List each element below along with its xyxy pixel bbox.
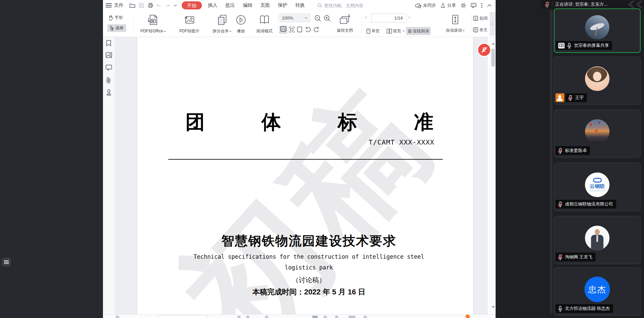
fit-width-button[interactable]: [289, 27, 295, 33]
redo-icon[interactable]: [165, 3, 170, 7]
screen-share-icon: [558, 43, 565, 49]
sync-status[interactable]: 未同步: [415, 2, 436, 8]
ribbon-expand-handle[interactable]: ›: [490, 12, 496, 36]
dropdown-caret-icon: [463, 30, 465, 32]
document-subtitle-en-line2: logistics park: [137, 264, 473, 271]
status-icon-stub[interactable]: [238, 316, 241, 318]
scroll-down-arrow[interactable]: [492, 306, 495, 310]
continuous-icon: [408, 29, 412, 34]
double-page-icon: [387, 29, 392, 34]
status-icon-stub[interactable]: [324, 316, 327, 318]
word-translate-button[interactable]: 文 划词: [473, 15, 488, 21]
search-input[interactable]: [324, 3, 374, 8]
single-page-icon: [366, 29, 370, 34]
pdf-to-office-button[interactable]: PDF转Office: [137, 13, 169, 35]
read-mode-button[interactable]: 阅读模式: [251, 13, 278, 35]
play-button[interactable]: 播放: [229, 13, 253, 35]
dropdown-caret-icon: [164, 31, 166, 33]
participant-tile-wanglongfei[interactable]: 淘钢网 王龙飞: [554, 216, 641, 264]
hand-icon: [108, 15, 113, 21]
rotate-right-button[interactable]: [313, 27, 320, 33]
search-box[interactable]: [318, 3, 374, 8]
wps-pdf-window: 文件 开始 插入 批注 编辑 页面 保护 转换: [103, 0, 496, 318]
completion-date-line: 本稿完成时间：2022 年 5 月 16 日: [137, 287, 473, 297]
customize-toolbar-caret-icon[interactable]: [174, 4, 177, 6]
tab-comment[interactable]: 批注: [221, 2, 239, 8]
tab-home[interactable]: 开始: [182, 1, 202, 9]
image-panel-icon[interactable]: [106, 52, 112, 58]
presenter-person-badge: [556, 93, 564, 102]
banner-deco-icons: [628, 1, 643, 8]
continuous-read-button[interactable]: 连续阅读: [406, 27, 431, 35]
bookmark-icon[interactable]: [106, 40, 112, 46]
fit-page-button[interactable]: [297, 27, 303, 33]
avatar-initials: 忠杰: [584, 277, 610, 302]
tab-protect[interactable]: 保护: [274, 2, 291, 8]
tab-edit[interactable]: 编辑: [239, 2, 256, 8]
share-arrow-icon: [441, 3, 446, 8]
undo-icon[interactable]: [157, 3, 162, 7]
comment-panel-icon[interactable]: [106, 65, 112, 71]
status-icon-stub-active[interactable]: [312, 316, 318, 318]
status-bar: [103, 314, 496, 318]
status-page-input[interactable]: [158, 315, 207, 318]
print-icon[interactable]: [148, 3, 153, 8]
cloud-logo-icon: [593, 178, 602, 183]
next-page-button[interactable]: ›: [408, 14, 410, 20]
feedback-comment-icon[interactable]: [471, 3, 476, 8]
auto-scroll-button[interactable]: 自动滚动: [441, 13, 469, 35]
tab-insert[interactable]: 插入: [204, 2, 221, 8]
participant-tile-hanzhongjie[interactable]: 忠杰 北方恒达物流园 韩忠杰: [554, 267, 641, 316]
collapse-ribbon-icon[interactable]: [487, 4, 492, 7]
participant-tile-chenzhuo[interactable]: 标准委陈卓: [554, 109, 641, 158]
participants-scrollbar[interactable]: [550, 10, 552, 313]
draft-watermark: 初稿: [137, 38, 473, 314]
settings-gear-icon[interactable]: [461, 3, 466, 8]
double-page-button[interactable]: 双页: [385, 27, 406, 35]
actual-size-button[interactable]: 1:1: [279, 26, 287, 34]
scroll-up-arrow[interactable]: [492, 41, 495, 44]
status-icon-stub[interactable]: [335, 316, 338, 318]
document-viewport[interactable]: 初稿 团体标准 T/CAMT XXX-XXXX 智慧钢铁物流园建设技术要求 Te…: [115, 37, 488, 314]
single-page-button[interactable]: 单页: [365, 27, 381, 35]
full-translate-button[interactable]: 全文: [473, 27, 488, 33]
zoom-out-icon[interactable]: [314, 15, 322, 22]
tab-page[interactable]: 页面: [256, 2, 274, 8]
status-icon-stub[interactable]: [364, 316, 367, 318]
status-icon-stub[interactable]: [246, 316, 249, 318]
previous-page-button[interactable]: ‹: [365, 14, 367, 20]
select-tool-button[interactable]: 选择: [107, 24, 126, 32]
search-icon: [318, 3, 322, 8]
save-icon[interactable]: [139, 3, 144, 8]
participant-tile-yunganglian[interactable]: 云钢联 YUNGANGLIAN 成都云钢联物流有限公司: [554, 163, 641, 211]
vertical-scrollbar[interactable]: [490, 37, 496, 314]
status-icon-stub[interactable]: [349, 316, 355, 318]
zoom-in-icon[interactable]: [324, 15, 331, 22]
hamburger-menu-icon[interactable]: [106, 3, 112, 7]
rotate-left-button[interactable]: [305, 27, 312, 33]
participant-tile-hezongchun-share[interactable]: 贺宗春的屏幕共享: [554, 8, 641, 53]
scrollbar-thumb[interactable]: [491, 49, 495, 67]
svg-text:1:1: 1:1: [282, 28, 286, 31]
mic-muted-icon: [558, 148, 563, 154]
open-folder-icon[interactable]: [130, 3, 135, 8]
status-icon-stub[interactable]: [116, 316, 119, 318]
file-menu[interactable]: 文件: [114, 2, 123, 8]
share-button[interactable]: 分享: [441, 2, 456, 8]
zoom-level-select[interactable]: 100%: [279, 13, 310, 22]
participant-tile-wangyu[interactable]: 王宇: [554, 57, 641, 105]
floating-outline-button[interactable]: [2, 258, 11, 266]
wps-promo-flame-icon[interactable]: [465, 314, 471, 318]
rotate-document-button[interactable]: 旋转文档: [332, 13, 358, 35]
tab-convert[interactable]: 转换: [291, 2, 309, 8]
wps-float-badge[interactable]: E: [478, 44, 490, 56]
speaking-banner: 正在讲话: 贺宗春; 京东方...: [541, 0, 644, 9]
hand-tool-button[interactable]: 手型: [108, 15, 123, 21]
page-number-box[interactable]: 1/14: [371, 13, 406, 23]
more-options-icon[interactable]: [481, 3, 482, 8]
signature-stamp-icon[interactable]: [106, 89, 112, 95]
status-icon-stub[interactable]: [265, 316, 268, 318]
pdf-to-image-button[interactable]: PDF转图片: [173, 13, 206, 35]
attachment-icon[interactable]: [106, 77, 112, 84]
participant-name: 北方恒达物流园 韩忠杰: [565, 306, 610, 312]
